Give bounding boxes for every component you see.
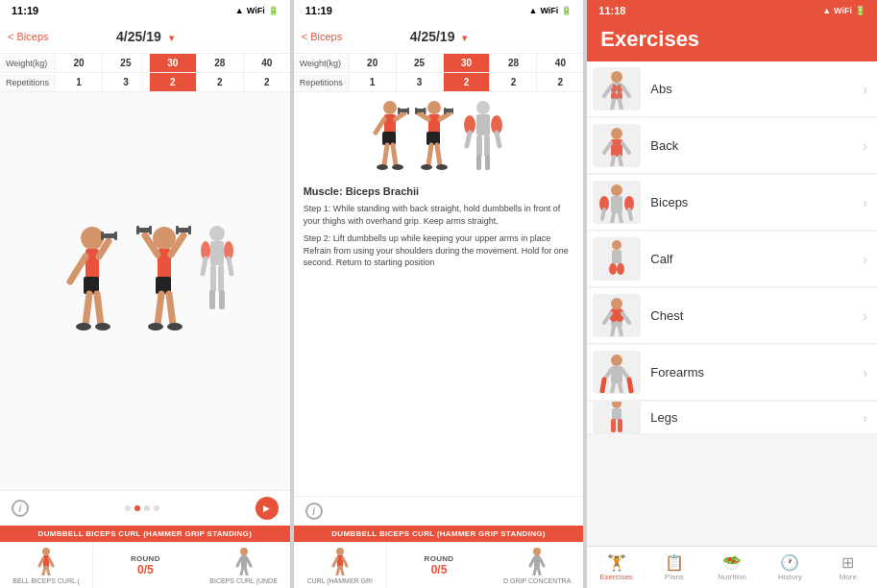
sub-item-2-1[interactable]: D GRIP CONCENTRA [491,543,583,588]
thumbnail-biceps [593,181,641,224]
chevron-down-icon-1[interactable]: ▾ [169,33,174,43]
list-item-biceps[interactable]: Biceps › [587,175,877,231]
history-icon: 🕐 [780,553,799,572]
svg-point-92 [533,548,541,555]
detail-text-2: Muscle: Biceps Brachii Step 1: While sta… [294,180,584,496]
weight-cell-1-4: 40 [244,54,290,72]
svg-point-49 [383,101,397,114]
svg-line-64 [419,113,428,119]
list-item-back[interactable]: Back › [587,118,877,174]
svg-line-48 [245,567,247,575]
sub-figure-icon-2 [235,547,253,576]
svg-point-86 [336,548,344,555]
weight-label-1: Weight(kg) [0,55,56,72]
svg-point-59 [377,164,388,170]
list-item-calf[interactable]: Calf › [587,232,877,287]
sub-figure-icon-1 [37,547,55,576]
svg-rect-5 [103,233,116,238]
svg-line-88 [333,558,337,566]
thumbnail-back [593,124,641,167]
nav-label-history: History [778,573,802,581]
chevron-down-icon-2[interactable]: ▾ [462,33,467,43]
info-icon-1[interactable]: i [12,500,29,517]
svg-line-58 [393,145,396,165]
svg-rect-18 [136,226,139,234]
svg-point-61 [427,101,441,114]
pagination-dots-1 [125,505,159,511]
svg-point-0 [81,227,104,250]
list-item-name-forearms: Forearms [650,365,863,380]
svg-line-142 [612,383,614,393]
header-title-1: 4/25/19 ▾ [116,29,174,44]
round-display-2: ROUND 0/5 [387,543,491,588]
status-icons-1: ▲ WiFi 🔋 [235,6,279,15]
rep-cell-1-0: 1 [56,73,103,91]
rep-cell-1-3: 2 [197,73,244,91]
play-button-1[interactable]: ▶ [256,497,279,520]
info-icon-2[interactable]: i [305,502,323,520]
status-bar-2: 11:19 ▲ WiFi 🔋 [294,0,584,19]
time-2: 11:19 [305,5,332,16]
svg-line-91 [341,567,343,575]
nav-exercises[interactable]: 🏋 Exercises [587,547,645,588]
bottom-controls-2: i [294,496,584,526]
svg-line-105 [622,86,629,96]
list-item-name-legs: Legs [650,410,863,425]
list-item-forearms[interactable]: Forearms › [587,345,877,401]
svg-rect-147 [618,419,622,432]
svg-point-76 [476,101,490,114]
bottom-nav: 🏋 Exercises 📋 Plans 🥗 Nutrition 🕐 Histor… [587,546,877,588]
time-3: 11:18 [598,5,625,16]
svg-line-9 [97,294,101,325]
svg-rect-85 [485,155,490,170]
sub-item-2-0[interactable]: CURL (HAMMER GRI [294,543,387,588]
weight-cell-2-4: 40 [537,54,583,72]
svg-line-141 [629,380,631,391]
weight-row-2: Weight(kg) 20 25 30 28 40 [294,54,584,73]
svg-line-96 [534,567,536,575]
svg-line-106 [612,100,614,110]
list-item-name-biceps: Biceps [650,195,863,209]
sub-item-1-1[interactable]: BICEPS CURL (UNDE [197,543,289,588]
screen-1: 11:19 ▲ WiFi 🔋 < Biceps 4/25/19 ▾ Weight… [0,0,290,588]
list-item-abs[interactable]: Abs › [587,61,877,117]
chevron-right-chest: › [863,308,867,324]
nav-nutrition[interactable]: 🥗 Nutrition [703,547,761,588]
svg-point-12 [153,227,176,250]
nav-label-more: More [840,573,857,581]
status-icons-2: ▲ WiFi 🔋 [529,6,572,15]
status-bar-3: 11:18 ▲ WiFi 🔋 [587,0,877,19]
svg-rect-77 [476,114,490,135]
nav-plans[interactable]: 📋 Plans [646,547,703,588]
svg-point-26 [167,323,183,331]
list-item-chest[interactable]: Chest › [587,288,877,344]
rep-row-1: Repetitions 1 3 2 2 2 [0,73,290,92]
svg-rect-22 [188,226,191,234]
svg-line-47 [241,567,243,575]
exercise-footer-2: DUMBBELL BICEPS CURL (HAMMER GRIP STANDI… [294,526,584,542]
exercises-icon: 🏋 [607,553,626,572]
detail-images-2 [294,92,584,180]
back-button-1[interactable]: < Biceps [8,31,49,42]
thumbnail-legs-icon [595,402,639,434]
svg-rect-109 [611,139,622,157]
sub-item-1-0[interactable]: BELL BICEPS CURL ( [0,543,93,588]
svg-line-111 [622,143,629,153]
svg-point-11 [95,323,110,331]
svg-rect-137 [611,366,622,383]
back-button-2[interactable]: < Biceps [302,31,343,42]
svg-rect-123 [612,250,621,263]
svg-rect-82 [476,135,482,157]
svg-line-140 [602,380,604,391]
rep-cell-2-1: 3 [397,73,444,91]
svg-line-97 [538,567,540,575]
exercise-footer-1: DUMBBELL BICEPS CURL (HAMMER GRIP STANDI… [0,526,290,542]
detail-anatomy [459,100,507,172]
chevron-right-legs: › [863,410,867,426]
weight-cell-1-3: 28 [197,54,244,72]
nav-more[interactable]: ⊞ More [819,547,877,588]
svg-rect-146 [611,419,616,432]
nav-history[interactable]: 🕐 History [761,547,818,588]
list-item-legs[interactable]: Legs › [587,402,877,434]
screens-container: 11:19 ▲ WiFi 🔋 < Biceps 4/25/19 ▾ Weight… [0,0,877,588]
